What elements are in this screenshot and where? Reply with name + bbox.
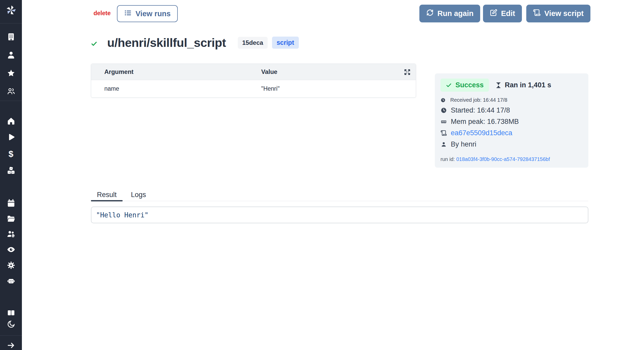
users-icon[interactable] xyxy=(6,86,16,96)
argument-cell: name xyxy=(91,85,261,92)
scroll-icon xyxy=(533,9,541,18)
tabs-divider xyxy=(91,201,588,201)
mem-peak-line: Mem peak: 16.738MB xyxy=(440,118,583,126)
started-label: Started: 16:44 17/8 xyxy=(451,106,510,114)
tab-logs[interactable]: Logs xyxy=(123,191,154,201)
sidebar: $ xyxy=(0,0,22,350)
arguments-table-header: Argument Value xyxy=(91,64,416,80)
edit-button[interactable]: Edit xyxy=(483,5,522,22)
by-line: By henri xyxy=(440,140,583,148)
value-column-header: Value xyxy=(261,68,416,75)
edit-label: Edit xyxy=(501,9,515,18)
scroll-icon xyxy=(440,130,447,136)
sidebar-divider xyxy=(0,101,22,101)
book-icon[interactable] xyxy=(6,308,16,318)
refresh-icon xyxy=(426,9,434,18)
arguments-table: Argument Value name "Henri" xyxy=(91,64,416,98)
received-label: Received job: 16:44 17/8 xyxy=(450,97,507,103)
value-cell: "Henri" xyxy=(261,85,416,92)
page-title: u/henri/skillful_script xyxy=(107,36,226,50)
folder-open-icon[interactable] xyxy=(6,214,16,224)
status-label: Success xyxy=(455,81,484,89)
gear-icon[interactable] xyxy=(6,260,16,270)
main-content: delete View runs Run again Edi xyxy=(22,0,644,350)
script-hash-link[interactable]: ea67e5509d15deca xyxy=(451,129,512,137)
success-check-icon xyxy=(91,40,97,47)
status-badge: Success xyxy=(440,79,489,92)
active-tab-indicator xyxy=(91,200,123,201)
expand-icon[interactable] xyxy=(402,67,412,77)
by-label: By henri xyxy=(451,140,476,148)
duration-label: Ran in 1,401 s xyxy=(505,81,551,89)
table-row: name "Henri" xyxy=(91,80,416,97)
clock-icon xyxy=(440,98,446,103)
delete-button[interactable]: delete xyxy=(94,10,111,17)
star-icon[interactable] xyxy=(6,68,16,78)
arrow-right-icon[interactable] xyxy=(6,340,16,350)
hourglass-icon xyxy=(495,82,502,89)
tab-result[interactable]: Result xyxy=(91,191,123,201)
play-icon[interactable] xyxy=(6,132,16,142)
mem-peak-label: Mem peak: 16.738MB xyxy=(451,118,519,126)
person-icon xyxy=(440,141,447,148)
started-line: Started: 16:44 17/8 xyxy=(440,106,583,114)
dollar-icon[interactable]: $ xyxy=(6,149,16,159)
received-job-line: Received job: 16:44 17/8 xyxy=(440,97,583,103)
result-output: "Hello Henri" xyxy=(91,207,588,223)
script-hash-line: ea67e5509d15deca xyxy=(440,129,583,137)
argument-column-header: Argument xyxy=(91,68,261,75)
status-panel: Success Ran in 1,401 s Received job: 16:… xyxy=(435,73,588,168)
result-tabs: Result Logs xyxy=(91,191,588,201)
title-row: u/henri/skillful_script 15deca script xyxy=(91,36,299,50)
view-runs-button[interactable]: View runs xyxy=(117,5,178,22)
clock-icon xyxy=(440,107,447,114)
run-duration: Ran in 1,401 s xyxy=(495,81,551,89)
home-icon[interactable] xyxy=(6,116,16,126)
run-again-button[interactable]: Run again xyxy=(419,5,480,22)
list-icon xyxy=(124,9,132,19)
memory-icon xyxy=(440,118,447,125)
view-script-button[interactable]: View script xyxy=(526,5,590,22)
cubes-icon[interactable] xyxy=(6,166,16,175)
users-gear-icon[interactable] xyxy=(6,229,16,239)
moon-icon[interactable] xyxy=(6,319,16,329)
edit-icon xyxy=(490,9,497,18)
windmill-logo-icon[interactable] xyxy=(4,4,18,17)
view-script-label: View script xyxy=(544,9,584,18)
hash-badge[interactable]: 15deca xyxy=(238,37,267,49)
eye-icon[interactable] xyxy=(6,245,16,254)
run-again-label: Run again xyxy=(437,9,473,18)
check-icon xyxy=(446,82,452,88)
user-icon[interactable] xyxy=(6,50,16,60)
view-runs-label: View runs xyxy=(135,10,171,18)
run-id-link[interactable]: 018a03f4-3f0b-90cc-a574-7928437156bf xyxy=(456,156,550,162)
robot-icon[interactable] xyxy=(6,276,16,286)
app-window: $ xyxy=(0,0,644,350)
calendar-icon[interactable] xyxy=(6,198,16,208)
sidebar-divider xyxy=(0,335,22,336)
run-id-prefix: run id: xyxy=(440,156,455,162)
result-value: "Hello Henri" xyxy=(96,211,149,219)
script-type-badge[interactable]: script xyxy=(272,37,299,49)
sidebar-divider xyxy=(0,23,22,23)
building-icon[interactable] xyxy=(6,32,16,42)
run-id-line: run id: 018a03f4-3f0b-90cc-a574-79284371… xyxy=(440,156,583,162)
